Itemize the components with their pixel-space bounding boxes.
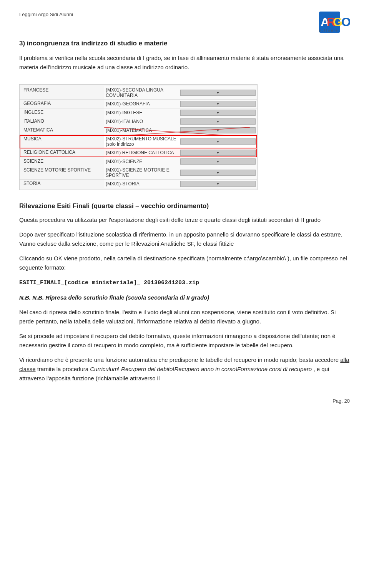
page-number: Pag. 20 (332, 398, 350, 404)
cell-codice: (MX02)-STRUMENTO MUSICALE (solo indirizz… (104, 135, 257, 148)
table-body: FRANCESE (MX01)-SECONDA LINGUA COMUNITAR… (19, 84, 258, 190)
cell-materia: RELIGIONE CATTOLICA (20, 148, 104, 157)
cell-materia: GEOGRAFIA (20, 100, 104, 108)
table-row-highlighted: MUSICA (MX02)-STRUMENTO MUSICALE (solo i… (20, 135, 257, 148)
dropdown-arrow[interactable]: ▼ (180, 138, 256, 145)
dropdown-arrow[interactable]: ▼ (180, 90, 256, 96)
nb-para1: Nel caso di ripresa dello scrutinio fina… (19, 308, 350, 326)
rilevazione-para3: Cliccando su OK viene prodotto, nella ca… (19, 254, 350, 272)
section3-heading: 3) incongruenza tra indirizzo di studio … (19, 40, 350, 47)
dropdown-arrow[interactable]: ▼ (180, 158, 256, 165)
cell-codice: (MX01)-STORIA▼ (104, 180, 257, 188)
cell-codice: (MX01)-SCIENZE▼ (104, 157, 257, 166)
table-row: GEOGRAFIA (MX01)-GEOGRAFIA▼ (20, 100, 257, 108)
materie-table: FRANCESE (MX01)-SECONDA LINGUA COMUNITAR… (19, 77, 258, 198)
cell-materia: MUSICA (20, 135, 104, 148)
rilevazione-para1: Questa procedura va utilizzata per l'esp… (19, 215, 350, 225)
table-row: SCIENZE (MX01)-SCIENZE▼ (20, 157, 257, 166)
rilevazione-para2: Dopo aver specificato l'istituzione scol… (19, 230, 350, 248)
table-row: SCIENZE MOTORIE SPORTIVE (MX01)-SCIENZE … (20, 166, 257, 180)
nb-para2: Se si procede ad impostare il recupero d… (19, 331, 350, 350)
dropdown-arrow[interactable]: ▼ (180, 181, 256, 187)
cell-materia: SCIENZE (20, 157, 104, 166)
cell-materia: STORIA (20, 180, 104, 188)
page: Leggimi Argo Sidi Alunni A R G O softwar… (0, 0, 369, 411)
nb-para3: Vi ricordiamo che è presente una funzion… (19, 355, 350, 383)
page-header: Leggimi Argo Sidi Alunni A R G O softwar… (19, 12, 350, 33)
table-row: FRANCESE (MX01)-SECONDA LINGUA COMUNITAR… (20, 86, 257, 100)
rilevazione-code: ESITI_FINALI_[codice ministeriale]_ 2013… (19, 278, 350, 288)
dropdown-arrow[interactable]: ▼ (180, 118, 256, 125)
cell-codice: (MX01)-ITALIANO▼ (104, 117, 257, 126)
section3-para1: Il problema si verifica nella scuola sec… (19, 53, 350, 72)
dropdown-arrow[interactable]: ▼ (180, 170, 256, 176)
cell-codice: (MX01)-INGLESE▼ (104, 108, 257, 117)
cell-codice: (MX01)-GEOGRAFIA▼ (104, 100, 257, 108)
nb-heading: N.B. N.B. Ripresa dello scrutinio finale… (19, 293, 350, 302)
rilevazione-heading: Rilevazione Esiti Finali (quarte classi … (19, 202, 350, 210)
logo-container: A R G O software (319, 12, 350, 33)
dropdown-arrow[interactable]: ▼ (180, 101, 256, 107)
table-row: STORIA (MX01)-STORIA▼ (20, 180, 257, 188)
cell-codice: (MX01)-SECONDA LINGUA COMUNITARIA▼ (104, 86, 257, 99)
cell-materia: ITALIANO (20, 117, 104, 126)
table-row-highlighted2: RELIGIONE CATTOLICA (MX01) RELIGIONE CAT… (20, 148, 257, 157)
document-title: Leggimi Argo Sidi Alunni (19, 12, 73, 17)
cell-materia: MATEMATICA (20, 126, 104, 135)
cell-materia: FRANCESE (20, 86, 104, 99)
cell-codice: (MX01)-SCIENZE MOTORIE E SPORTIVE▼ (104, 166, 257, 179)
dropdown-arrow[interactable]: ▼ (180, 110, 256, 116)
argo-logo: A R G O software (319, 12, 350, 33)
cell-materia: SCIENZE MOTORIE SPORTIVE (20, 166, 104, 179)
cell-codice: (MX01) RELIGIONE CATTOLICA▼ (104, 148, 257, 157)
svg-text:O: O (341, 15, 350, 29)
cell-codice: (MX01)-MATEMATICA▼ (104, 126, 257, 135)
dropdown-arrow[interactable]: ▼ (180, 150, 256, 156)
table-row: INGLESE (MX01)-INGLESE▼ (20, 108, 257, 117)
cell-materia: INGLESE (20, 108, 104, 117)
table-row: MATEMATICA (MX01)-MATEMATICA▼ (20, 126, 257, 135)
table-row: ITALIANO (MX01)-ITALIANO▼ (20, 117, 257, 126)
svg-text:software: software (319, 28, 338, 32)
dropdown-arrow[interactable]: ▼ (180, 127, 256, 133)
